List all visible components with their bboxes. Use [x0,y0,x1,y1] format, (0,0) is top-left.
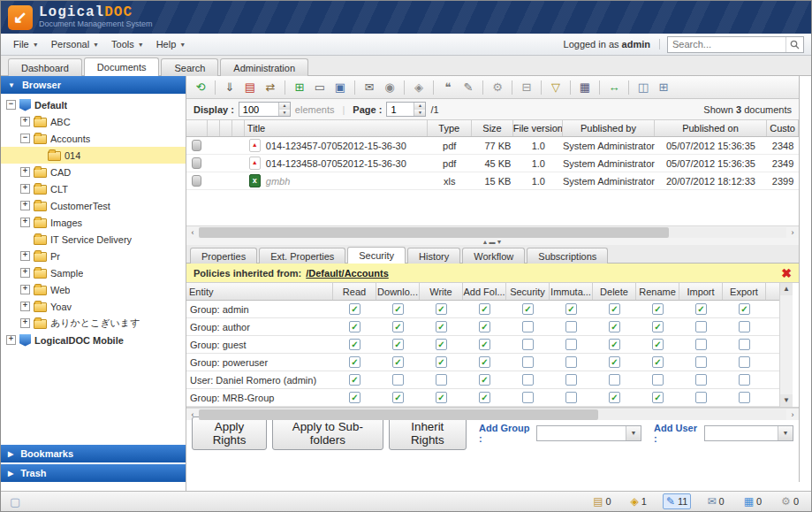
print-icon[interactable]: ▦ [576,79,594,96]
display-count-stepper[interactable]: ▲▼ [278,103,290,116]
checked-checkbox-downlo[interactable]: ✓ [392,356,404,368]
menu-file[interactable]: File▼ [8,36,46,52]
permission-row[interactable]: Group: MRB-Group✓✓✓✓✓✓ [186,389,779,407]
checked-checkbox-read[interactable]: ✓ [349,321,360,332]
checked-checkbox-write[interactable]: ✓ [436,392,447,403]
document-row[interactable]: xgmbhxls15 KB1.0System Administrator20/0… [186,172,799,190]
status-tasks[interactable]: ⚙0 [778,493,802,509]
expand-icon[interactable]: + [6,335,16,345]
browser-section-header[interactable]: ▼Browser [1,76,186,94]
convert-icon[interactable]: ⇄ [262,79,279,96]
checked-checkbox-read[interactable]: ✓ [349,356,360,368]
fit-width-icon[interactable]: ↔ [605,79,623,96]
column-header-write[interactable]: Write [420,283,463,300]
column-header-entity[interactable]: Entity [186,283,333,300]
column-header-rename[interactable]: Rename [636,283,679,300]
tab-ext-properties[interactable]: Ext. Properties [259,248,345,264]
collapse-icon[interactable]: − [6,100,16,110]
collapse-icon[interactable]: − [20,134,30,143]
checked-checkbox-security[interactable]: ✓ [522,303,534,315]
checked-checkbox-downlo[interactable]: ✓ [392,339,404,350]
unchecked-checkbox-delete[interactable] [609,374,620,386]
tree-item-abc[interactable]: +ABC [1,113,186,130]
unchecked-checkbox-rename[interactable] [652,374,664,386]
unchecked-checkbox-export[interactable] [739,374,750,386]
checked-checkbox-add-fol[interactable]: ✓ [479,356,490,368]
column-header-blank[interactable] [186,120,208,136]
search-icon[interactable] [785,37,803,52]
expand-icon[interactable]: + [20,251,30,261]
close-icon[interactable]: ✖ [781,266,792,280]
chevron-down-icon[interactable]: ▼ [778,426,793,440]
download-icon[interactable]: ⇓ [221,79,239,96]
document-row[interactable]: 014-123458-07052012-15-36-30pdf45 KB1.0S… [186,155,799,172]
lock-icon[interactable]: ◈ [410,79,428,96]
unchecked-checkbox-import[interactable] [695,339,707,350]
tree-item-cad[interactable]: +CAD [1,164,186,180]
unchecked-checkbox-import[interactable] [695,374,707,386]
scroll-right-icon[interactable]: › [786,410,799,419]
checked-checkbox-read[interactable]: ✓ [349,339,360,350]
tab-security[interactable]: Security [347,247,406,264]
unchecked-checkbox-security[interactable] [522,392,534,403]
checked-checkbox-add-fol[interactable]: ✓ [479,339,490,350]
unchecked-checkbox-export[interactable] [739,356,750,368]
edit-icon[interactable]: ✎ [459,79,477,96]
unchecked-checkbox-immuta[interactable] [565,321,577,332]
expand-icon[interactable]: + [20,285,30,294]
security-hscrollbar[interactable]: ‹ › [186,408,799,420]
chevron-down-icon[interactable]: ▼ [626,426,641,440]
unchecked-checkbox-immuta[interactable] [565,339,577,350]
trash-section-header[interactable]: ▶Trash [1,464,186,482]
checked-checkbox-delete[interactable]: ✓ [609,321,620,332]
tree-item-customertest[interactable]: +CustomerTest [1,197,186,214]
checked-checkbox-delete[interactable]: ✓ [609,339,620,350]
tree-item-014[interactable]: 014 [1,147,186,164]
unchecked-checkbox-immuta[interactable] [565,392,577,403]
panel-splitter[interactable]: ▲▬▼ [186,238,799,245]
expand-icon[interactable]: + [20,268,30,278]
unchecked-checkbox-export[interactable] [739,392,750,403]
unchecked-checkbox-import[interactable] [695,392,707,403]
checked-checkbox-delete[interactable]: ✓ [609,392,620,403]
column-header-published-by[interactable]: Published by [563,120,655,136]
column-header-export[interactable]: Export [723,283,766,300]
tab-documents[interactable]: Documents [84,57,160,76]
comment-icon[interactable]: ❝ [439,79,457,96]
status-events[interactable]: ▦0 [740,493,765,509]
add-document-icon[interactable]: ⊞ [291,79,308,96]
checked-checkbox-rename[interactable]: ✓ [652,356,664,368]
column-header-title[interactable]: Title [245,120,428,136]
column-header-delete[interactable]: Delete [593,283,636,300]
checked-checkbox-write[interactable]: ✓ [436,339,447,350]
tree-item-accounts[interactable]: −Accounts [1,130,186,147]
column-header-downlo[interactable]: Downlo... [376,283,420,300]
checked-checkbox-downlo[interactable]: ✓ [392,392,404,403]
inherit-rights-button[interactable]: Inherit Rights [389,416,467,450]
checked-checkbox-export[interactable]: ✓ [739,303,750,315]
status-locked-docs[interactable]: ◈1 [627,493,650,509]
unchecked-checkbox-security[interactable] [522,321,534,332]
expand-icon[interactable]: + [20,117,30,126]
tab-administration[interactable]: Administration [220,58,308,76]
save-icon[interactable]: ▣ [331,79,349,96]
scroll-up-icon[interactable]: ▲ [780,283,793,295]
unchecked-checkbox-security[interactable] [522,374,534,386]
tree-item-pr[interactable]: +Pr [1,248,186,264]
checked-checkbox-add-fol[interactable]: ✓ [479,374,490,386]
checked-checkbox-import[interactable]: ✓ [695,303,707,315]
column-header-blank[interactable] [232,120,245,136]
permission-row[interactable]: Group: author✓✓✓✓✓✓ [186,318,779,336]
checked-checkbox-write[interactable]: ✓ [436,356,447,368]
column-header-immuta[interactable]: Immuta... [550,283,593,300]
unchecked-checkbox-export[interactable] [739,321,750,332]
column-header-type[interactable]: Type [428,120,472,136]
column-header-blank[interactable] [220,120,232,136]
display-count-input[interactable] [239,103,278,116]
tree-item-images[interactable]: +Images [1,214,186,231]
unchecked-checkbox-import[interactable] [695,321,707,332]
add-group-input[interactable] [537,426,626,440]
tree-item-yoav[interactable]: +Yoav [1,298,186,315]
unchecked-checkbox-security[interactable] [522,339,534,350]
permission-row[interactable]: Group: admin✓✓✓✓✓✓✓✓✓✓ [186,301,779,318]
